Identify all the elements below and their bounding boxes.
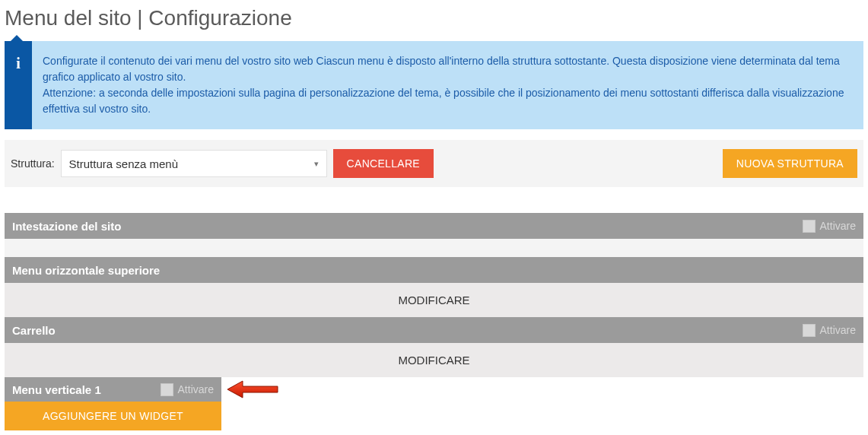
site-header-activate-checkbox[interactable] [803, 220, 816, 233]
add-widget-button[interactable]: AGGIUNGERE UN WIDGET [5, 402, 221, 430]
info-box: i Configurate il contenuto dei vari menu… [5, 41, 863, 129]
section-vertical-1-title: Menu verticale 1 [12, 383, 101, 396]
structure-toolbar: Struttura: Struttura senza menù CANCELLA… [5, 140, 863, 187]
section-top-menu-title: Menu orizzontale superiore [12, 264, 160, 277]
section-cart-title: Carrello [12, 324, 56, 337]
page-title: Menu del sito | Configurazione [0, 0, 868, 41]
new-structure-button[interactable]: NUOVA STRUTTURA [723, 149, 857, 178]
site-header-activate-label: Attivare [820, 220, 856, 232]
structure-label: Struttura: [11, 157, 55, 170]
info-line-2: Attenzione: a seconda delle impostazioni… [43, 85, 850, 117]
top-menu-modify[interactable]: MODIFICARE [5, 283, 863, 317]
vertical1-activate-label: Attivare [178, 383, 214, 395]
section-site-header-title: Intestazione del sito [12, 220, 121, 233]
vertical1-activate-checkbox[interactable] [161, 383, 173, 396]
section-vertical-1-bar: Menu verticale 1 Attivare [5, 377, 221, 402]
section-cart: Carrello Attivare MODIFICARE [5, 317, 863, 377]
section-site-header: Intestazione del sito Attivare [5, 213, 863, 239]
structure-select[interactable]: Struttura senza menù [61, 150, 327, 177]
section-cart-bar: Carrello Attivare [5, 317, 863, 343]
structure-selected-value: Struttura senza menù [69, 157, 178, 170]
arrow-icon [226, 379, 279, 400]
cart-activate-checkbox[interactable] [803, 324, 816, 337]
cart-activate-label: Attivare [820, 324, 856, 336]
info-line-1: Configurate il contenuto dei vari menu d… [43, 53, 850, 85]
section-site-header-bar: Intestazione del sito Attivare [5, 213, 863, 239]
section-vertical-1: Menu verticale 1 Attivare [5, 377, 863, 402]
section-top-menu: Menu orizzontale superiore MODIFICARE [5, 257, 863, 317]
cart-modify[interactable]: MODIFICARE [5, 343, 863, 377]
cancel-button[interactable]: CANCELLARE [333, 149, 434, 178]
info-icon: i [5, 41, 32, 129]
annotation-arrow [221, 377, 279, 402]
section-top-menu-bar: Menu orizzontale superiore [5, 257, 863, 283]
